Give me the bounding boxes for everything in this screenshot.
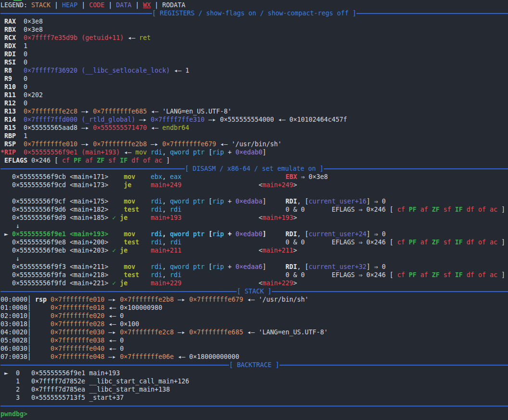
scrollback-artifact: [13, 0, 22, 1]
backtrace-header: [ BACKTRACE ]: [0, 361, 508, 369]
stack-row-00: 00:0000│ rsp 0×7fffffffe010 —▸ 0×7ffffff…: [0, 295, 508, 304]
register-row-rsi: RSI 0: [0, 58, 508, 66]
stack-header-title: [ STACK ]: [237, 287, 271, 295]
backtrace-header-title: [ BACKTRACE ]: [229, 361, 279, 369]
register-row-r13: R13 0×7fffffffe2c8 —▸ 0×7fffffffe685 ◂— …: [0, 107, 508, 115]
terminal-lines: LEGEND: STACK | HEAP | CODE | DATA | WX …: [0, 1, 508, 418]
register-row-rbx: RBX 0×3e8: [0, 25, 508, 34]
register-row-r10: R10 0: [0, 83, 508, 91]
backtrace-frame-3: 3 0×5555555713f5 _start+37: [0, 394, 508, 402]
register-row-r11: R11 0×202: [0, 91, 508, 99]
legend-line: LEGEND: STACK | HEAP | CODE | DATA | WX …: [0, 1, 508, 9]
register-row-rip: *RIP 0×55555556f9e1 (main+193) ◂— mov rd…: [0, 148, 508, 156]
stack-row-03: 03:0018│ 0×7fffffffe028 ◂— 0×100: [0, 320, 508, 328]
register-row-rbp: RBP 1: [0, 132, 508, 140]
register-row-r8: R8 0×7ffff7f36920 (__libc_setlocale_lock…: [0, 66, 508, 75]
disasm-row-main-203: 0×55555556f9eb <main+203> ✓ je main+211 …: [0, 246, 508, 255]
pwndbg-terminal[interactable]: LEGEND: STACK | HEAP | CODE | DATA | WX …: [0, 0, 508, 420]
disasm-header: [ DISASM / x86-64 / set emulate on ]: [0, 165, 508, 173]
registers-header-title: [ REGISTERS / show-flags on / show-compa…: [152, 9, 356, 17]
disasm-blank-line: [0, 189, 508, 197]
bottom-separator-rule-left: [0, 406, 508, 407]
disasm-jump-down-arrow-1: ↓: [0, 222, 508, 230]
registers-header-rule-right: [356, 13, 508, 14]
register-row-eflags: EFLAGS 0×246 [ cf PF af ZF sf IF df of a…: [0, 156, 508, 165]
stack-row-02: 02:0010│ 0×7fffffffe020 ◂— 0: [0, 312, 508, 320]
stack-row-06: 06:0030│ 0×7fffffffe040 ◂— 0: [0, 344, 508, 353]
disasm-row-main-200: 0×55555556f9e8 <main+200> test rdi, rdi …: [0, 238, 508, 246]
backtrace-frame-1: 1 0×7ffff7d7852e __libc_start_call_main+…: [0, 377, 508, 385]
register-row-rsp: RSP 0×7fffffffe010 —▸ 0×7fffffffe2b8 —▸ …: [0, 140, 508, 148]
register-row-r9: R9 0: [0, 75, 508, 83]
bottom-separator: [0, 402, 508, 410]
register-row-rdi: RDI 0: [0, 50, 508, 58]
backtrace-header-rule-left: [0, 365, 229, 366]
stack-row-05: 05:0028│ 0×7fffffffe038 ◂— 0: [0, 336, 508, 344]
disasm-row-main-171: 0×55555556f9cb <main+171> mov ebx, eax E…: [0, 173, 508, 181]
stack-header-rule-left: [0, 291, 237, 292]
disasm-row-main-211: 0×55555556f9f3 <main+211> mov rdi, qword…: [0, 263, 508, 271]
disasm-row-main-221: 0×55555556f9fd <main+221> ✓ je main+229 …: [0, 279, 508, 287]
registers-header-rule-left: [0, 13, 152, 14]
stack-row-07: 07:0038│ 0×7fffffffe048 —▸ 0×7fffffffe06…: [0, 353, 508, 361]
registers-header: [ REGISTERS / show-flags on / show-compa…: [0, 9, 508, 17]
stack-header: [ STACK ]: [0, 287, 508, 295]
disasm-row-main-182: 0×55555556f9d6 <main+182> test rdi, rdi …: [0, 205, 508, 214]
disasm-row-main-185: 0×55555556f9d9 <main+185> ✓ je main+193 …: [0, 214, 508, 222]
disasm-row-current-main-193: ► 0×55555556f9e1 <main+193> mov rdi, qwo…: [0, 230, 508, 238]
stack-header-rule-right: [272, 291, 508, 292]
backtrace-header-rule-right: [279, 365, 508, 366]
backtrace-frame-0: ► 0 0×55555556f9e1 main+193: [0, 369, 508, 377]
register-row-rax: RAX 0×3e8: [0, 17, 508, 25]
register-row-rcx: RCX 0×7ffff7e35d9b (getuid+11) ◂— ret: [0, 34, 508, 42]
backtrace-frame-2: 2 0×7ffff7d785ea __libc_start_main+138: [0, 385, 508, 394]
register-row-rdx: RDX 1: [0, 42, 508, 50]
stack-row-01: 01:0008│ 0×7fffffffe018 ◂— 0×100000980: [0, 304, 508, 312]
register-row-r12: R12 0: [0, 99, 508, 107]
disasm-row-main-175: 0×55555556f9cf <main+175> mov rdi, qword…: [0, 197, 508, 205]
disasm-row-main-173: 0×55555556f9cd <main+173> je main+249 <m…: [0, 181, 508, 189]
register-row-r14: R14 0×7ffff7ffd000 (_rtld_global) —▸ 0×7…: [0, 115, 508, 124]
stack-row-04: 04:0020│ 0×7fffffffe030 —▸ 0×7fffffffe2c…: [0, 328, 508, 336]
disasm-row-main-218: 0×55555556f9fa <main+218> test rdi, rdi …: [0, 271, 508, 279]
disasm-header-rule-left: [0, 168, 185, 169]
register-row-r15: R15 0×55555565aad8 —▸ 0×555555571470 ◂— …: [0, 124, 508, 132]
prompt-line[interactable]: pwndbg>: [0, 410, 508, 418]
disasm-header-rule-right: [324, 168, 508, 169]
disasm-header-title: [ DISASM / x86-64 / set emulate on ]: [185, 165, 323, 173]
disasm-jump-down-arrow-2: ↓: [0, 255, 508, 263]
